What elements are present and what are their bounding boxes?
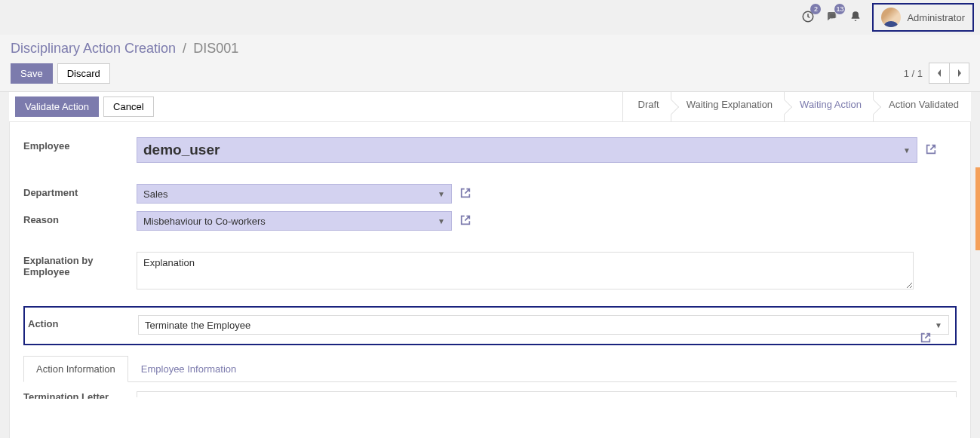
form-sheet: Employee demo_user ▼ Department Sales ▼ … — [9, 122, 971, 438]
tab-action-information[interactable]: Action Information — [23, 356, 128, 382]
department-external-link-icon[interactable] — [459, 187, 472, 201]
row-termination-letter: Termination Letter — [23, 391, 957, 399]
action-external-link-icon[interactable] — [920, 332, 932, 346]
chevron-down-icon: ▼ — [903, 146, 911, 155]
pager-prev[interactable] — [929, 63, 949, 83]
tab-employee-information[interactable]: Employee Information — [128, 356, 249, 382]
breadcrumb: Disciplinary Action Creation / DIS001 — [11, 41, 969, 57]
tabs: Action Information Employee Information — [23, 356, 957, 382]
label-reason: Reason — [23, 211, 137, 225]
pager: 1 / 1 — [904, 63, 969, 84]
row-department: Department Sales ▼ — [23, 184, 957, 204]
field-explanation — [137, 252, 957, 289]
status-waiting-action[interactable]: Waiting Action — [785, 92, 874, 121]
pager-buttons — [929, 63, 969, 84]
action-value: Terminate the Employee — [145, 320, 250, 331]
field-department: Sales ▼ — [137, 184, 957, 204]
activity-badge: 2 — [810, 4, 821, 14]
label-action: Action — [28, 315, 138, 329]
label-termination-letter: Termination Letter — [23, 391, 137, 399]
employee-value: demo_user — [143, 142, 220, 158]
breadcrumb-title[interactable]: Disciplinary Action Creation — [11, 41, 176, 56]
status-action-validated[interactable]: Action Validated — [874, 92, 971, 121]
action-highlight-box: Action Terminate the Employee ▼ — [23, 306, 957, 345]
user-menu[interactable]: Administrator — [872, 3, 974, 32]
department-select[interactable]: Sales ▼ — [137, 184, 452, 204]
label-department: Department — [23, 184, 137, 198]
reason-select[interactable]: Misbehaviour to Co-workers ▼ — [137, 211, 452, 231]
header: Disciplinary Action Creation / DIS001 Sa… — [0, 35, 980, 92]
pager-text: 1 / 1 — [904, 68, 923, 79]
cancel-button[interactable]: Cancel — [103, 96, 153, 117]
statusbar: Draft Waiting Explanation Waiting Action… — [623, 92, 972, 121]
label-employee: Employee — [23, 137, 137, 152]
avatar — [881, 8, 901, 27]
actionbar-left: Validate Action Cancel — [9, 92, 160, 121]
topbar: 2 13 Administrator — [0, 0, 980, 35]
user-name-label: Administrator — [907, 12, 965, 23]
department-value: Sales — [143, 188, 168, 200]
reason-external-link-icon[interactable] — [459, 214, 472, 228]
discuss-icon[interactable]: 13 — [825, 10, 839, 26]
discuss-badge: 13 — [834, 4, 845, 14]
discard-button[interactable]: Discard — [57, 63, 110, 84]
row-employee: Employee demo_user ▼ — [23, 137, 957, 163]
status-waiting-explanation[interactable]: Waiting Explanation — [671, 92, 785, 121]
row-explanation: Explanation by Employee — [23, 252, 957, 289]
chevron-down-icon: ▼ — [438, 190, 445, 198]
field-employee: demo_user ▼ — [137, 137, 957, 163]
side-indicator — [975, 167, 980, 250]
header-buttons: Save Discard — [11, 63, 110, 84]
breadcrumb-sep: / — [183, 41, 186, 56]
activity-icon[interactable]: 2 — [801, 10, 815, 26]
termination-letter-field[interactable] — [137, 391, 957, 397]
save-button[interactable]: Save — [11, 63, 53, 84]
row-reason: Reason Misbehaviour to Co-workers ▼ — [23, 211, 957, 231]
field-action: Terminate the Employee ▼ — [138, 315, 949, 335]
pager-next[interactable] — [949, 63, 969, 83]
field-reason: Misbehaviour to Co-workers ▼ — [137, 211, 957, 231]
employee-external-link-icon[interactable] — [925, 143, 937, 158]
top-icons: 2 13 — [801, 10, 862, 26]
reason-value: Misbehaviour to Co-workers — [143, 216, 266, 227]
action-select[interactable]: Terminate the Employee ▼ — [138, 315, 949, 335]
actionbar: Validate Action Cancel Draft Waiting Exp… — [9, 92, 971, 122]
explanation-textarea[interactable] — [137, 252, 914, 289]
employee-select[interactable]: demo_user ▼ — [137, 137, 917, 163]
chevron-down-icon: ▼ — [438, 217, 445, 225]
header-row: Save Discard 1 / 1 — [11, 63, 969, 84]
validate-action-button[interactable]: Validate Action — [15, 96, 99, 117]
row-action: Action Terminate the Employee ▼ — [28, 315, 949, 335]
label-explanation: Explanation by Employee — [23, 252, 137, 277]
chevron-down-icon: ▼ — [935, 321, 942, 329]
breadcrumb-current: DIS001 — [193, 41, 238, 56]
bell-icon[interactable] — [849, 11, 862, 25]
status-draft[interactable]: Draft — [623, 92, 671, 121]
